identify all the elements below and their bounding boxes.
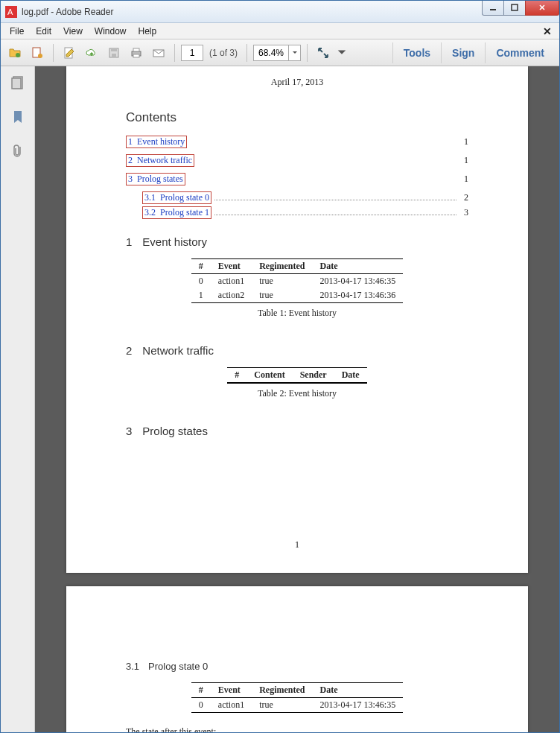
table-caption: Table 2: Event history <box>126 388 468 399</box>
tools-panel-button[interactable]: Tools <box>392 42 441 63</box>
pdf-page-1: April 17, 2013 Contents 1 Event history … <box>66 66 528 573</box>
pdf-page-2: 3.1Prolog state 0 # Event Regimented Dat… <box>66 586 528 732</box>
app-window: A log.pdf - Adobe Reader File Edit View … <box>0 0 560 733</box>
content-area: April 17, 2013 Contents 1 Event history … <box>1 66 559 732</box>
sign-panel-button[interactable]: Sign <box>441 42 485 63</box>
toc-link[interactable]: 2 Network traffic <box>126 154 194 167</box>
zoom-dropdown-icon[interactable] <box>288 45 300 60</box>
section-2: 2Network traffic # Content Sender Date T… <box>126 344 468 399</box>
adobe-reader-icon: A <box>5 6 17 18</box>
navigation-sidebar <box>1 66 35 732</box>
menu-help[interactable]: Help <box>133 25 163 38</box>
cloud-button[interactable] <box>82 43 101 63</box>
zoom-value[interactable] <box>254 48 288 58</box>
menu-edit[interactable]: Edit <box>30 25 57 38</box>
titlebar: A log.pdf - Adobe Reader <box>1 1 559 23</box>
toc: 1 Event history 1 2 Network traffic 1 3 … <box>126 136 468 219</box>
svg-rect-9 <box>111 48 117 51</box>
toc-entry: 3.1 Prolog state 0 2 <box>126 191 468 204</box>
page-number: 1 <box>66 539 528 550</box>
toc-link[interactable]: 3.2 Prolog state 1 <box>142 206 211 219</box>
menubar: File Edit View Window Help ✕ <box>1 23 559 39</box>
document-date: April 17, 2013 <box>126 77 468 88</box>
minimize-button[interactable] <box>482 1 504 16</box>
network-traffic-table: # Content Sender Date <box>227 367 366 384</box>
thumbnails-panel-button[interactable] <box>9 74 27 92</box>
print-button[interactable] <box>127 43 146 63</box>
svg-rect-10 <box>112 54 116 57</box>
view-dropdown-button[interactable] <box>336 43 348 63</box>
svg-point-6 <box>38 54 42 58</box>
toolbar: (1 of 3) Tools Sign Comment <box>1 39 559 66</box>
open-file-button[interactable] <box>5 43 25 63</box>
menu-view[interactable]: View <box>57 25 89 38</box>
window-controls <box>483 1 559 17</box>
save-button[interactable] <box>104 43 124 63</box>
table-caption: Table 1: Event history <box>126 308 468 319</box>
window-title: log.pdf - Adobe Reader <box>22 7 483 17</box>
edit-button[interactable] <box>60 43 79 63</box>
document-view[interactable]: April 17, 2013 Contents 1 Event history … <box>35 66 559 732</box>
svg-rect-2 <box>490 9 496 10</box>
svg-rect-13 <box>133 54 139 57</box>
section-3: 3Prolog states <box>126 425 468 437</box>
menu-window[interactable]: Window <box>89 25 133 38</box>
right-tool-panel: Tools Sign Comment <box>392 42 555 63</box>
state-after-label: The state after this event: <box>126 726 468 732</box>
table-row: 0action1true2013-04-17 13:46:35 <box>191 274 403 289</box>
event-history-table: # Event Regimented Date 0action1true2013… <box>191 258 403 303</box>
maximize-button[interactable] <box>503 1 526 16</box>
comment-panel-button[interactable]: Comment <box>485 42 555 63</box>
read-mode-button[interactable] <box>314 43 333 63</box>
svg-point-4 <box>16 53 20 57</box>
toc-link[interactable]: 3 Prolog states <box>126 173 185 185</box>
document-close-button[interactable]: ✕ <box>538 25 556 37</box>
close-button[interactable] <box>525 1 559 16</box>
zoom-selector[interactable] <box>253 45 301 61</box>
svg-rect-3 <box>512 4 518 10</box>
page-number-input[interactable] <box>181 45 203 61</box>
contents-heading: Contents <box>126 110 468 125</box>
svg-text:A: A <box>7 7 13 16</box>
toc-link[interactable]: 3.1 Prolog state 0 <box>142 191 211 204</box>
section-1: 1Event history # Event Regimented Date 0… <box>126 235 468 319</box>
toc-entry: 3.2 Prolog state 1 3 <box>126 206 468 219</box>
toc-entry: 1 Event history 1 <box>126 136 468 148</box>
create-pdf-button[interactable] <box>28 43 47 63</box>
attachments-panel-button[interactable] <box>9 142 27 160</box>
page-count-label: (1 of 3) <box>206 48 241 58</box>
menu-file[interactable]: File <box>4 25 30 38</box>
table-row: 1action2true2013-04-17 13:46:36 <box>191 288 403 303</box>
toc-entry: 2 Network traffic 1 <box>126 154 468 167</box>
bookmarks-panel-button[interactable] <box>9 108 27 126</box>
svg-rect-16 <box>12 78 21 89</box>
email-button[interactable] <box>149 43 168 63</box>
toc-entry: 3 Prolog states 1 <box>126 173 468 185</box>
toc-link[interactable]: 1 Event history <box>126 136 187 148</box>
svg-rect-12 <box>133 48 139 51</box>
subsection-3-1: 3.1Prolog state 0 <box>126 661 468 672</box>
table-row: 0action1true2013-04-17 13:46:35 <box>191 698 403 713</box>
prolog-state-table: # Event Regimented Date 0action1true2013… <box>191 682 403 713</box>
